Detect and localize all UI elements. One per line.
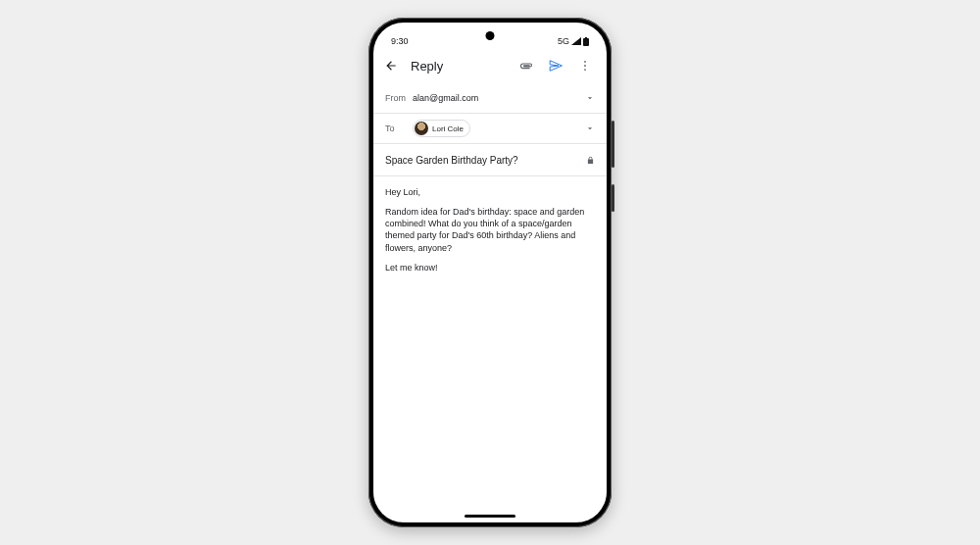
more-vert-icon [578,59,592,73]
screen: 9:30 5G Reply From alan@gmai [373,23,607,522]
from-value: alan@gmail.com [413,93,585,103]
svg-point-2 [584,61,586,63]
svg-rect-1 [585,37,587,39]
attach-icon [519,59,533,73]
volume-button [612,121,614,168]
to-label: To [385,124,413,133]
status-right: 5G [558,36,589,46]
recipient-name: Lori Cole [432,124,464,133]
body-paragraph: Random idea for Dad's birthday: space an… [385,206,595,254]
send-button[interactable] [546,56,565,75]
power-button [612,184,614,212]
svg-point-4 [584,69,586,71]
send-icon [549,59,563,73]
back-button[interactable] [381,56,401,75]
attach-button[interactable] [516,56,536,75]
status-time: 9:30 [391,36,409,46]
lock-icon [586,151,595,169]
app-title: Reply [411,59,507,74]
body-paragraph: Hey Lori, [385,186,595,198]
from-label: From [385,93,413,103]
network-label: 5G [558,36,569,46]
subject-text: Space Garden Birthday Party? [385,155,518,166]
avatar [415,122,428,135]
recipient-chip[interactable]: Lori Cole [413,120,470,137]
chevron-down-icon [585,120,595,137]
battery-icon [583,37,589,46]
body-paragraph: Let me know! [385,262,595,273]
arrow-back-icon [384,59,398,73]
navigation-bar [373,509,607,522]
phone-frame: 9:30 5G Reply From alan@gmai [368,18,612,527]
compose-body[interactable]: Hey Lori, Random idea for Dad's birthday… [373,176,607,509]
to-row[interactable]: To Lori Cole [373,114,607,144]
more-button[interactable] [575,56,595,75]
signal-icon [571,37,581,45]
subject-row[interactable]: Space Garden Birthday Party? [373,144,607,176]
svg-point-3 [584,65,586,67]
chevron-down-icon [585,89,595,107]
app-bar: Reply [373,48,607,83]
gesture-handle[interactable] [465,515,515,518]
camera-punch [486,31,495,40]
to-value: Lori Cole [413,120,585,137]
from-row[interactable]: From alan@gmail.com [373,83,607,114]
svg-rect-0 [583,38,589,46]
